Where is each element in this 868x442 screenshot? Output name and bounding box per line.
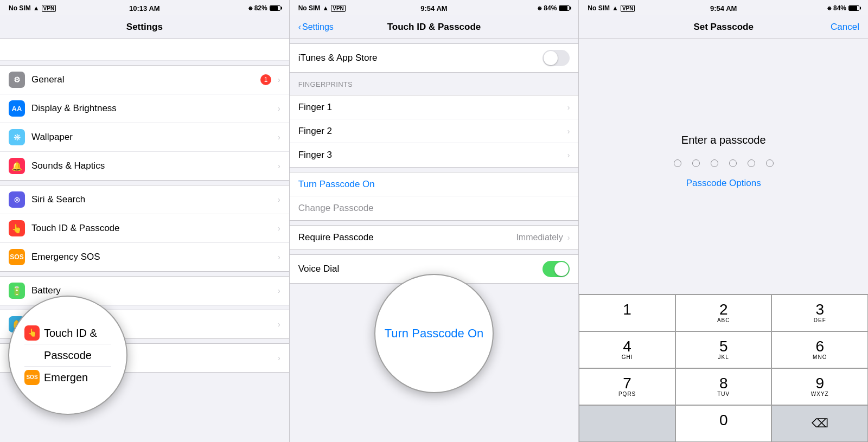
require-passcode-value: Immediately xyxy=(516,233,563,242)
magnifier-1: 👆 Touch ID & Passcode SOS Emergen xyxy=(8,296,127,415)
passcode-options-link[interactable]: Passcode Options xyxy=(686,178,761,189)
sounds-chevron: › xyxy=(278,162,280,170)
require-passcode-label: Require Passcode xyxy=(298,232,516,243)
battery-icon-1 xyxy=(270,5,280,11)
numpad-key-6[interactable]: 6 MNO xyxy=(771,331,868,368)
numpad-key-3[interactable]: 3 DEF xyxy=(771,294,868,331)
delete-icon: ⌫ xyxy=(812,417,828,431)
status-right-1: ⎈ 82% xyxy=(248,4,280,12)
siri-label: Siri & Search xyxy=(31,194,276,205)
numpad-key-5[interactable]: 5 JKL xyxy=(675,331,772,368)
require-passcode-row[interactable]: Require Passcode Immediately › xyxy=(290,226,579,249)
panel-settings: No SIM ▲ VPN 10:13 AM ⎈ 82% Settings ⚙ G… xyxy=(0,0,290,442)
turn-passcode-row[interactable]: Turn Passcode On xyxy=(290,172,579,196)
passcode-prompt-title: Enter a passcode xyxy=(681,134,766,146)
settings-row-touchid[interactable]: 👆 Touch ID & Passcode › xyxy=(0,214,289,243)
battery-icon-3 xyxy=(848,5,859,11)
voice-dial-label: Voice Dial xyxy=(298,264,543,274)
numpad-key-4[interactable]: 4 GHI xyxy=(579,331,675,368)
finger2-label: Finger 2 xyxy=(298,126,565,137)
status-left-1: No SIM ▲ VPN xyxy=(9,4,56,12)
wifi-icon-3: ▲ xyxy=(612,4,618,12)
carrier-label-3: No SIM xyxy=(588,4,610,12)
finger3-label: Finger 3 xyxy=(298,150,565,161)
battery-icon-2 xyxy=(559,5,570,11)
numpad-key-0[interactable]: 0 xyxy=(675,405,772,442)
settings-row-wallpaper[interactable]: ❋ Wallpaper › xyxy=(0,123,289,152)
emergency-label: Emergency SOS xyxy=(31,252,276,262)
finger1-row[interactable]: Finger 1 › xyxy=(290,95,579,119)
fingerprints-group: Finger 1 › Finger 2 › Finger 3 › xyxy=(290,95,579,168)
vpn-label-3: VPN xyxy=(621,5,635,12)
status-bar-3: No SIM ▲ VPN 9:54 AM ⎈ 84% xyxy=(579,0,868,15)
bluetooth-icon-2: ⎈ xyxy=(538,4,541,12)
wallpaper-label: Wallpaper xyxy=(31,132,276,143)
battery-chevron: › xyxy=(278,286,280,295)
itunes-chevron: › xyxy=(278,354,280,362)
passcode-group: Turn Passcode On Change Passcode xyxy=(290,172,579,221)
nav-title-1: Settings xyxy=(126,22,163,33)
wallpaper-chevron: › xyxy=(278,133,280,142)
finger3-chevron: › xyxy=(567,151,570,159)
status-time-1: 10:13 AM xyxy=(129,4,160,12)
privacy-chevron: › xyxy=(278,320,280,329)
scroll-top-spacer xyxy=(0,39,289,61)
passcode-dot-5 xyxy=(748,159,755,167)
general-icon: ⚙ xyxy=(9,72,25,88)
back-button-2[interactable]: ‹ Settings xyxy=(298,22,334,32)
numpad-key-9[interactable]: 9 WXYZ xyxy=(771,368,868,405)
battery-pct-2: 84% xyxy=(544,4,557,12)
battery-pct-3: 84% xyxy=(833,4,846,12)
magnifier-2: Turn Passcode On xyxy=(374,274,494,393)
change-passcode-row[interactable]: Change Passcode xyxy=(290,196,579,220)
carrier-label-1: No SIM xyxy=(9,4,31,12)
numpad-key-1[interactable]: 1 xyxy=(579,294,675,331)
status-bar-1: No SIM ▲ VPN 10:13 AM ⎈ 82% xyxy=(0,0,289,15)
nav-title-2: Touch ID & Passcode xyxy=(387,22,481,33)
general-label: General xyxy=(31,74,260,85)
itunes-toggle-group: iTunes & App Store xyxy=(290,43,579,73)
passcode-dot-4 xyxy=(729,159,737,167)
numpad-key-delete[interactable]: ⌫ xyxy=(771,405,868,442)
finger2-row[interactable]: Finger 2 › xyxy=(290,119,579,143)
settings-row-siri[interactable]: ◎ Siri & Search › xyxy=(0,185,289,214)
touchid-label: Touch ID & Passcode xyxy=(31,223,276,234)
itunes-toggle-switch[interactable] xyxy=(542,50,570,66)
status-left-2: No SIM ▲ VPN xyxy=(298,4,346,12)
cancel-button-3[interactable]: Cancel xyxy=(831,22,859,33)
numpad-key-8[interactable]: 8 TUV xyxy=(675,368,772,405)
numpad-key-2[interactable]: 2 ABC xyxy=(675,294,772,331)
wifi-icon-1: ▲ xyxy=(33,4,40,12)
touchid-icon: 👆 xyxy=(9,220,25,236)
change-passcode-label: Change Passcode xyxy=(298,203,570,214)
settings-row-general[interactable]: ⚙ General 1 › xyxy=(0,66,289,94)
display-label: Display & Brightness xyxy=(31,103,276,114)
status-right-3: ⎈ 84% xyxy=(827,4,859,12)
wifi-icon-2: ▲ xyxy=(322,4,329,12)
settings-row-display[interactable]: AA Display & Brightness › xyxy=(0,94,289,123)
numpad-key-7[interactable]: 7 PQRS xyxy=(579,368,675,405)
nav-bar-1: Settings xyxy=(0,15,289,39)
emergency-icon: SOS xyxy=(9,249,25,265)
bluetooth-icon-3: ⎈ xyxy=(827,4,831,12)
settings-row-emergency[interactable]: SOS Emergency SOS › xyxy=(0,243,289,271)
itunes-toggle-row[interactable]: iTunes & App Store xyxy=(290,44,579,72)
general-badge: 1 xyxy=(260,74,271,85)
status-right-2: ⎈ 84% xyxy=(538,4,570,12)
nav-bar-3: Set Passcode Cancel xyxy=(579,15,868,39)
settings-row-sounds[interactable]: 🔔 Sounds & Haptics › xyxy=(0,152,289,180)
voice-dial-switch[interactable] xyxy=(542,261,570,277)
sounds-icon: 🔔 xyxy=(9,158,25,174)
passcode-dot-1 xyxy=(674,159,681,167)
panel-touchid: No SIM ▲ VPN 9:54 AM ⎈ 84% ‹ Settings To… xyxy=(290,0,579,442)
finger2-chevron: › xyxy=(567,127,570,136)
emergency-chevron: › xyxy=(278,253,280,261)
finger3-row[interactable]: Finger 3 › xyxy=(290,143,579,167)
settings-group-main: ⚙ General 1 › AA Display & Brightness › … xyxy=(0,65,289,181)
settings-group-siri: ◎ Siri & Search › 👆 Touch ID & Passcode … xyxy=(0,185,289,272)
numpad-row-2: 4 GHI 5 JKL 6 MNO xyxy=(579,331,868,368)
passcode-dot-2 xyxy=(692,159,700,167)
vpn-label-2: VPN xyxy=(331,5,346,12)
require-passcode-chevron: › xyxy=(567,233,570,242)
display-icon: AA xyxy=(9,100,25,117)
